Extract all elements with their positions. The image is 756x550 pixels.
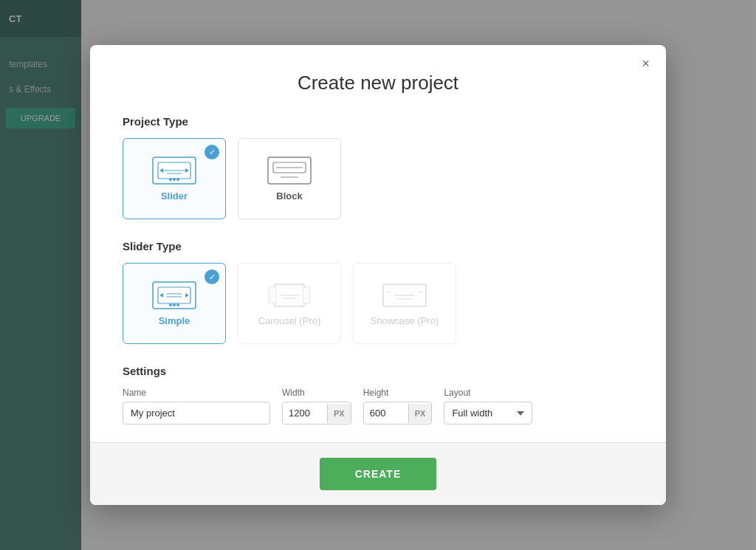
showcase-icon (382, 281, 427, 309)
name-label: Name (123, 388, 270, 398)
name-input[interactable] (123, 402, 270, 424)
height-input-wrapper: PX (363, 402, 433, 424)
modal-title: Create new project (123, 72, 633, 94)
svg-point-6 (169, 178, 172, 181)
svg-point-8 (176, 178, 179, 181)
svg-point-21 (176, 303, 179, 306)
settings-label: Settings (123, 365, 633, 377)
project-type-block[interactable]: Block (238, 138, 341, 219)
height-field-group: Height PX (363, 388, 433, 424)
slider-icon (152, 157, 196, 185)
width-field-group: Width PX (282, 388, 351, 424)
slider-card-label: Slider (161, 190, 188, 202)
modal-overlay: × Create new project Project Type ✓ (0, 0, 756, 550)
settings-section: Settings Name Width PX (123, 365, 633, 424)
slider-type-cards: ✓ (123, 263, 633, 344)
slider-type-carousel: Carousel (Pro) (238, 263, 341, 344)
slider-type-showcase: Showcase (Pro) (353, 263, 456, 344)
modal-footer: CREATE (90, 442, 666, 505)
carousel-card-label: Carousel (Pro) (258, 315, 321, 326)
layout-field-group: Layout Full width Fixed width Responsive (444, 388, 532, 424)
layout-label: Layout (444, 388, 532, 398)
block-icon (267, 157, 312, 185)
simple-icon (152, 281, 196, 309)
create-button[interactable]: CREATE (320, 458, 437, 490)
showcase-card-label: Showcase (Pro) (371, 315, 439, 326)
svg-point-19 (169, 303, 172, 306)
slider-check-badge: ✓ (205, 145, 219, 159)
height-input[interactable] (364, 402, 408, 424)
block-card-label: Block (276, 190, 302, 202)
project-type-cards: ✓ (123, 138, 633, 219)
project-type-slider[interactable]: ✓ (123, 138, 226, 219)
close-button[interactable]: × (637, 55, 654, 72)
svg-point-20 (173, 303, 176, 306)
width-input[interactable] (283, 402, 327, 424)
simple-card-label: Simple (159, 315, 190, 326)
slider-type-label: Slider Type (123, 240, 633, 252)
carousel-icon (267, 281, 312, 309)
height-unit: PX (408, 404, 432, 423)
width-label: Width (282, 388, 351, 398)
svg-point-7 (173, 178, 176, 181)
svg-rect-23 (269, 287, 276, 303)
svg-rect-24 (303, 287, 310, 303)
width-input-wrapper: PX (282, 402, 351, 424)
simple-check-badge: ✓ (205, 269, 219, 284)
modal-dialog: × Create new project Project Type ✓ (90, 45, 666, 505)
project-type-label: Project Type (123, 115, 633, 128)
name-field-group: Name (123, 388, 270, 424)
height-label: Height (363, 388, 433, 398)
settings-row: Name Width PX Height (123, 388, 633, 424)
width-unit: PX (327, 404, 351, 423)
layout-select[interactable]: Full width Fixed width Responsive (444, 402, 532, 424)
slider-type-simple[interactable]: ✓ (123, 263, 226, 344)
modal-body: Create new project Project Type ✓ (90, 45, 666, 442)
svg-rect-9 (268, 157, 311, 184)
